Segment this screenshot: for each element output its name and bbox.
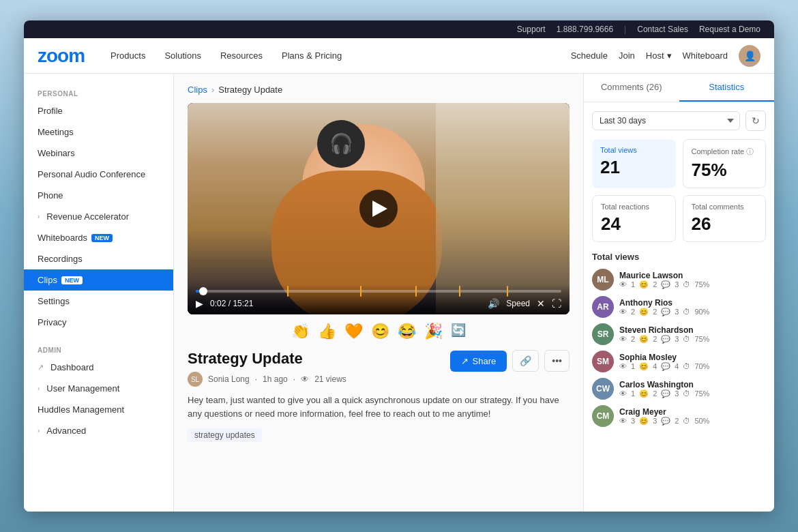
viewer-stats: 👁1 😊2 💬3 ⏱75% [619, 389, 766, 398]
reaction-smile[interactable]: 😊 [371, 323, 389, 340]
info-icon[interactable]: ⓘ [746, 147, 754, 156]
progress-dot [199, 287, 207, 295]
reaction-clap[interactable]: 👏 [291, 323, 310, 340]
clips-new-badge: NEW [61, 276, 83, 284]
refresh-button[interactable]: ↻ [745, 110, 766, 131]
host-button[interactable]: Host ▾ [646, 50, 672, 61]
reaction-thumbsup[interactable]: 👍 [318, 323, 336, 340]
sidebar-item-dashboard[interactable]: ↗Dashboard [24, 357, 173, 378]
chevron-icon-3: › [38, 427, 40, 434]
total-views-value: 21 [600, 157, 668, 178]
chevron-icon: › [38, 213, 40, 220]
comments-label: Total comments [692, 203, 758, 211]
fullscreen-icon[interactable]: ⛶ [552, 298, 561, 309]
sidebar-item-advanced[interactable]: ›Advanced [24, 420, 173, 441]
play-pause-button[interactable]: ▶ [196, 298, 203, 309]
breadcrumb-parent[interactable]: Clips [188, 85, 207, 95]
chevron-down-icon: ▾ [667, 50, 672, 61]
privacy-label: Privacy [38, 317, 67, 327]
progress-bar[interactable] [196, 290, 561, 293]
reaction-heart[interactable]: 🧡 [344, 323, 363, 340]
external-link-icon: ↗ [38, 363, 44, 372]
marker-2 [360, 286, 361, 297]
reactions-label: Total reactions [601, 203, 667, 211]
request-demo-link[interactable]: Request a Demo [699, 25, 760, 34]
speed-button[interactable]: Speed [506, 299, 530, 308]
reaction-icon: 😊 [639, 389, 649, 398]
time-total: 15:21 [233, 299, 253, 308]
nav-products[interactable]: Products [101, 38, 155, 74]
sidebar-item-clips[interactable]: ClipsNEW [24, 269, 173, 291]
total-reactions-card: Total reactions 24 [592, 195, 676, 242]
sidebar-item-revenue[interactable]: ›Revenue Accelerator [24, 206, 173, 227]
sidebar-item-whiteboards[interactable]: WhiteboardsNEW [24, 227, 173, 248]
nav-whiteboard[interactable]: Whiteboard [683, 50, 728, 61]
viewer-info: Carlos Washington 👁1 😊2 💬3 ⏱75% [619, 380, 766, 398]
nav-resources[interactable]: Resources [211, 38, 272, 74]
share-label: Share [473, 356, 497, 366]
nav-join[interactable]: Join [619, 50, 635, 61]
sidebar-item-meetings[interactable]: Meetings [24, 121, 173, 143]
reaction-laugh[interactable]: 😂 [398, 323, 416, 340]
link-button[interactable]: 🔗 [512, 350, 539, 372]
tab-statistics[interactable]: Statistics [679, 74, 775, 102]
marker-3 [415, 286, 417, 297]
filter-row: Last 30 days Last 7 days All time ↻ [592, 110, 766, 131]
eye-icon: 👁 [619, 417, 627, 425]
reaction-refresh[interactable]: 🔄 [451, 323, 466, 340]
viewer-info: Anthony Rios 👁2 😊2 💬3 ⏱90% [619, 298, 766, 316]
breadcrumb-current: Strategy Update [218, 85, 282, 95]
sidebar-item-recordings[interactable]: Recordings [24, 248, 173, 269]
share-icon: ↗ [461, 356, 469, 366]
share-button[interactable]: ↗ Share [450, 351, 507, 372]
eye-icon: 👁 [619, 389, 627, 398]
nav-pricing[interactable]: Plans & Pricing [272, 38, 351, 74]
date-filter-select[interactable]: Last 30 days Last 7 days All time [592, 111, 740, 130]
viewer-row: ML Maurice Lawson 👁1 😊2 💬3 ⏱75% [592, 269, 766, 291]
sidebar-item-phone[interactable]: Phone [24, 185, 173, 206]
completion-value: 75% [692, 160, 758, 181]
volume-icon[interactable]: 🔊 [488, 298, 499, 309]
advanced-label: Advanced [46, 426, 86, 436]
sidebar-item-huddles[interactable]: Huddles Management [24, 399, 173, 420]
video-player[interactable]: 🎧 [188, 103, 570, 314]
zoom-logo[interactable]: zoom [38, 45, 85, 67]
profile-label: Profile [38, 106, 63, 116]
play-button[interactable] [359, 190, 398, 228]
sidebar-item-audio-conference[interactable]: Personal Audio Conference [24, 164, 173, 185]
user-avatar[interactable]: 👤 [739, 45, 760, 67]
sidebar-item-user-management[interactable]: ›User Management [24, 378, 173, 399]
contact-sales-link[interactable]: Contact Sales [637, 25, 688, 34]
reaction-celebrate[interactable]: 🎉 [424, 323, 443, 340]
eye-icon: 👁 [619, 362, 627, 370]
view-count: 21 views [314, 374, 346, 384]
total-views-card: Total views 21 [592, 139, 676, 188]
phone-label: Phone [38, 190, 63, 201]
reaction-icon: 😊 [639, 335, 649, 344]
clock-icon: ⏱ [683, 362, 690, 370]
main-layout: PERSONAL Profile Meetings Webinars Perso… [24, 74, 774, 512]
sidebar-item-profile[interactable]: Profile [24, 100, 173, 121]
more-button[interactable]: ••• [544, 350, 570, 372]
close-icon[interactable]: ✕ [537, 298, 545, 309]
viewer-row: SM Sophia Mosley 👁1 😊4 💬4 ⏱70% [592, 351, 766, 372]
nav-schedule[interactable]: Schedule [571, 50, 608, 61]
whiteboards-label: Whiteboards [38, 233, 87, 243]
nav-solutions[interactable]: Solutions [155, 38, 210, 74]
new-badge: NEW [91, 234, 113, 242]
video-actions: ↗ Share 🔗 ••• [450, 350, 570, 372]
tab-comments[interactable]: Comments (26) [584, 74, 679, 102]
sidebar-item-privacy[interactable]: Privacy [24, 312, 173, 333]
video-tag[interactable]: strategy updates [188, 428, 262, 442]
sidebar-item-webinars[interactable]: Webinars [24, 143, 173, 164]
content-area: Clips › Strategy Update 🎧 [174, 74, 583, 512]
comment-icon: 💬 [661, 308, 670, 316]
marker-4 [459, 286, 460, 297]
sidebar-item-settings[interactable]: Settings [24, 291, 173, 312]
eye-icon: 👁 [619, 308, 627, 316]
panel-tabs: Comments (26) Statistics [584, 74, 774, 102]
time-ago: 1h ago [263, 374, 288, 384]
tag-container: strategy updates [188, 428, 570, 442]
dot-separator-2: · [293, 374, 295, 384]
reaction-icon: 😊 [639, 308, 649, 316]
